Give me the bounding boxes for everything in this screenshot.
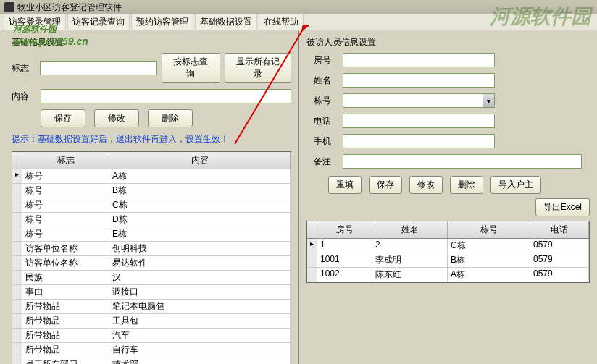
- delete-button[interactable]: 删除: [148, 109, 193, 127]
- right-panel: 被访人员信息设置 房号 姓名 栋号 ▾ 电话 手机 备注 重填 保存 修改 删除…: [298, 30, 597, 364]
- menu-base-data[interactable]: 基础数据设置: [195, 14, 257, 30]
- app-icon: [4, 2, 14, 12]
- left-grid-header-flag[interactable]: 标志: [22, 152, 109, 169]
- name-input[interactable]: [343, 73, 495, 88]
- remark-label: 备注: [314, 156, 338, 168]
- right-group-title: 被访人员信息设置: [306, 36, 590, 48]
- flag-input[interactable]: [40, 61, 157, 75]
- table-row[interactable]: 所带物品汽车: [12, 329, 291, 343]
- menu-visitor-query[interactable]: 访客记录查询: [67, 14, 130, 30]
- table-row[interactable]: ▸12C栋0579: [307, 239, 589, 253]
- left-group-title: 基础信息设置: [12, 36, 291, 48]
- left-panel: 基础信息设置 标志 按标志查询 显示所有记录 内容 保存 修改 删除 提示：基础…: [0, 30, 298, 364]
- flag-label: 标志: [12, 62, 36, 75]
- building-label: 栋号: [314, 95, 338, 107]
- menu-visitor-login[interactable]: 访客登录管理: [4, 14, 66, 30]
- phone-input[interactable]: [343, 114, 495, 128]
- right-grid-header-phone[interactable]: 电话: [530, 221, 589, 238]
- room-label: 房号: [314, 54, 338, 67]
- right-grid-header-building[interactable]: 栋号: [448, 221, 530, 238]
- right-grid-header-room[interactable]: 房号: [317, 221, 372, 238]
- save-button-right[interactable]: 保存: [369, 176, 402, 194]
- table-row[interactable]: 民族汉: [12, 271, 291, 285]
- menubar: 访客登录管理 访客记录查询 预约访客管理 基础数据设置 在线帮助: [0, 14, 597, 30]
- table-row[interactable]: 访客单位名称易达软件: [12, 256, 291, 271]
- right-grid-header-name[interactable]: 姓名: [372, 221, 448, 238]
- content-label: 内容: [12, 90, 36, 103]
- export-excel-button[interactable]: 导出Excel: [535, 198, 590, 216]
- import-button[interactable]: 导入户主: [490, 176, 541, 194]
- titlebar: 物业小区访客登记管理软件: [0, 0, 597, 14]
- show-all-button[interactable]: 显示所有记录: [225, 53, 291, 83]
- phone-label: 电话: [314, 115, 338, 127]
- table-row[interactable]: 栋号C栋: [12, 198, 291, 213]
- hint-text: 提示：基础数据设置好后，退出软件再进入，设置生效！: [12, 133, 291, 145]
- table-row[interactable]: 栋号B栋: [12, 184, 291, 198]
- room-input[interactable]: [343, 53, 495, 67]
- table-row[interactable]: 所带物品笔记本电脑包: [12, 300, 291, 314]
- modify-button[interactable]: 修改: [94, 109, 139, 127]
- mobile-input[interactable]: [343, 134, 495, 148]
- delete-button-right[interactable]: 删除: [450, 176, 483, 194]
- table-row[interactable]: 访客单位名称创明科技: [12, 242, 291, 256]
- menu-appointment[interactable]: 预约访客管理: [131, 14, 193, 30]
- left-grid[interactable]: 标志 内容 ▸栋号A栋栋号B栋栋号C栋栋号D栋栋号E栋访客单位名称创明科技访客单…: [12, 151, 291, 364]
- table-row[interactable]: 栋号D栋: [12, 213, 291, 227]
- building-combo-input[interactable]: [343, 94, 483, 107]
- table-row[interactable]: 栋号E栋: [12, 227, 291, 242]
- name-label: 姓名: [314, 75, 338, 87]
- app-title: 物业小区访客登记管理软件: [17, 1, 122, 14]
- remark-input[interactable]: [343, 154, 582, 169]
- table-row[interactable]: ▸栋号A栋: [12, 169, 291, 184]
- save-button[interactable]: 保存: [41, 109, 85, 127]
- table-row[interactable]: 所带物品自行车: [12, 343, 291, 357]
- reset-button[interactable]: 重填: [328, 176, 362, 194]
- table-row[interactable]: 1002陈东红A栋0579: [307, 268, 589, 282]
- building-combo[interactable]: ▾: [343, 93, 495, 108]
- menu-online-help[interactable]: 在线帮助: [259, 14, 304, 30]
- search-by-flag-button[interactable]: 按标志查询: [162, 53, 220, 83]
- chevron-down-icon[interactable]: ▾: [483, 94, 494, 107]
- modify-button-right[interactable]: 修改: [409, 176, 443, 194]
- table-row[interactable]: 1001李成明B栋0579: [307, 253, 589, 268]
- mobile-label: 手机: [314, 135, 338, 148]
- table-row[interactable]: 员工所在部门技术部: [12, 357, 291, 364]
- right-grid[interactable]: 房号 姓名 栋号 电话 ▸12C栋05791001李成明B栋05791002陈东…: [306, 221, 590, 283]
- content-input[interactable]: [41, 89, 291, 103]
- left-grid-header-content[interactable]: 内容: [109, 152, 291, 169]
- table-row[interactable]: 事由调接口: [12, 285, 291, 300]
- table-row[interactable]: 所带物品工具包: [12, 314, 291, 329]
